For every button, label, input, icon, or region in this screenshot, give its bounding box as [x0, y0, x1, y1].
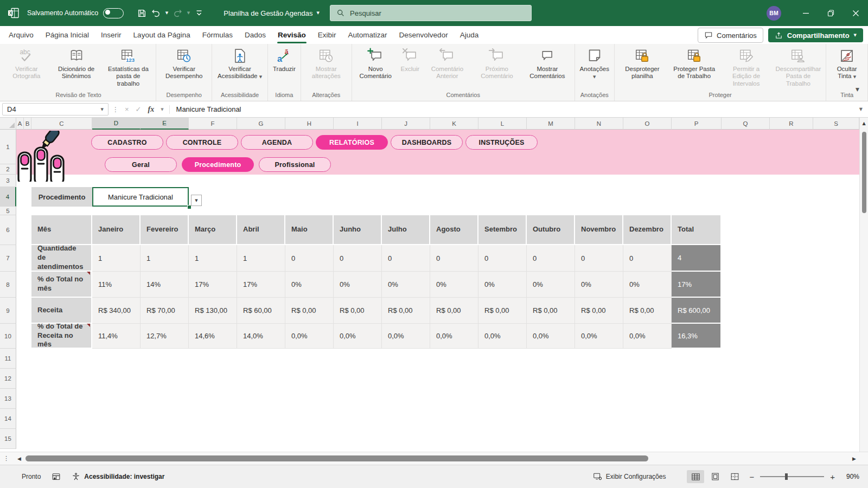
- table-total-cell[interactable]: 4: [672, 245, 722, 272]
- formula-value[interactable]: Manicure Tradicional: [170, 105, 859, 113]
- ribbon-tab-ajuda[interactable]: Ajuda: [454, 27, 485, 43]
- close-button[interactable]: [843, 0, 868, 26]
- column-header-d[interactable]: D: [92, 118, 141, 130]
- undo-icon[interactable]: [149, 6, 162, 20]
- table-row-label-receita[interactable]: Receita: [31, 298, 92, 324]
- table-cell[interactable]: 17%: [237, 272, 285, 298]
- table-cell[interactable]: 11%: [92, 272, 141, 298]
- table-cell[interactable]: 0: [478, 245, 527, 272]
- table-cell[interactable]: 0%: [382, 272, 430, 298]
- avatar[interactable]: BM: [767, 6, 781, 21]
- table-header-fevereiro[interactable]: Fevereiro: [141, 215, 189, 245]
- excel-logo-icon[interactable]: X: [7, 7, 20, 20]
- row-header-6[interactable]: 6: [0, 215, 16, 245]
- procedure-dropdown-button[interactable]: ▼: [191, 195, 202, 206]
- table-cell[interactable]: R$ 0,00: [623, 298, 672, 324]
- normal-view-button[interactable]: [687, 470, 704, 483]
- procedure-value-cell[interactable]: Manicure Tradicional: [92, 187, 189, 207]
- table-cell[interactable]: 0%: [623, 272, 672, 298]
- table-cell[interactable]: R$ 0,00: [430, 298, 478, 324]
- table-cell[interactable]: R$ 0,00: [382, 298, 430, 324]
- page-break-view-button[interactable]: [726, 470, 743, 483]
- table-header-agosto[interactable]: Agosto: [430, 215, 478, 245]
- vertical-scroll-thumb[interactable]: [862, 132, 866, 213]
- nav-tab-cadastro[interactable]: CADASTRO: [91, 135, 163, 150]
- table-cell[interactable]: 0%: [334, 272, 382, 298]
- table-cell[interactable]: 1: [141, 245, 189, 272]
- expand-formula-bar-icon[interactable]: ▼: [859, 107, 868, 112]
- ribbon-tab-arquivo[interactable]: Arquivo: [3, 27, 40, 43]
- row-header-13[interactable]: 13: [0, 389, 16, 409]
- table-cell[interactable]: 12,7%: [141, 324, 189, 349]
- restore-button[interactable]: [818, 0, 843, 26]
- select-all-corner[interactable]: [0, 118, 16, 130]
- table-cell[interactable]: 0,0%: [623, 324, 672, 349]
- ribbon-button-novo-comentario[interactable]: Novo Comentário: [354, 45, 398, 91]
- fx-dropdown-icon[interactable]: ▼: [161, 107, 163, 112]
- column-header-m[interactable]: M: [527, 118, 575, 130]
- sub-nav-tab-procedimento[interactable]: Procedimento: [182, 157, 254, 172]
- table-header-novembro[interactable]: Novembro: [575, 215, 623, 245]
- sheet-tabs-grip-icon[interactable]: ⋮: [0, 455, 14, 462]
- row-header-15[interactable]: 15: [0, 429, 16, 449]
- ribbon-tab-automatizar[interactable]: Automatizar: [342, 27, 393, 43]
- scroll-up-icon[interactable]: ▲: [860, 118, 868, 126]
- table-header-maio[interactable]: Maio: [285, 215, 334, 245]
- column-header-l[interactable]: L: [478, 118, 527, 130]
- nav-tab-controle[interactable]: CONTROLE: [166, 135, 238, 150]
- table-cell[interactable]: 1: [189, 245, 237, 272]
- ribbon-button-mostrar-comentarios[interactable]: Mostrar Comentários: [522, 45, 572, 91]
- table-cell[interactable]: 0: [575, 245, 623, 272]
- table-header-abril[interactable]: Abril: [237, 215, 285, 245]
- table-cell[interactable]: 0: [430, 245, 478, 272]
- ribbon-tab-dados[interactable]: Dados: [239, 27, 272, 43]
- undo-dropdown-icon[interactable]: ▼: [163, 6, 170, 20]
- column-header-n[interactable]: N: [575, 118, 623, 130]
- search-input[interactable]: Pesquisar: [330, 5, 532, 21]
- table-cell[interactable]: 0: [285, 245, 334, 272]
- ribbon-button-traduzir[interactable]: a ã Traduzir: [270, 45, 299, 91]
- row-header-11[interactable]: 11: [0, 349, 16, 369]
- table-cell[interactable]: 11,4%: [92, 324, 141, 349]
- insert-function-icon[interactable]: fx: [148, 105, 155, 114]
- table-header-total[interactable]: Total: [672, 215, 722, 245]
- table-cell[interactable]: 1: [237, 245, 285, 272]
- quick-access-toolbar-icon[interactable]: [193, 6, 206, 20]
- table-cell[interactable]: 0%: [430, 272, 478, 298]
- nav-tab-relatorios[interactable]: RELATÓRIOS: [316, 135, 388, 150]
- zoom-out-button[interactable]: −: [749, 472, 754, 481]
- column-header-i[interactable]: I: [334, 118, 382, 130]
- vertical-scrollbar[interactable]: ▲: [859, 118, 868, 452]
- zoom-slider[interactable]: [760, 476, 824, 477]
- table-cell[interactable]: 17%: [189, 272, 237, 298]
- table-cell[interactable]: 0%: [527, 272, 575, 298]
- zoom-slider-thumb[interactable]: [785, 473, 788, 480]
- table-total-cell[interactable]: 17%: [672, 272, 722, 298]
- save-icon[interactable]: [135, 6, 148, 20]
- ribbon-tab-inserir[interactable]: Inserir: [95, 27, 127, 43]
- table-header-dezembro[interactable]: Dezembro: [623, 215, 672, 245]
- table-cell[interactable]: R$ 70,00: [141, 298, 189, 324]
- table-cell[interactable]: R$ 0,00: [478, 298, 527, 324]
- autosave-toggle[interactable]: [103, 8, 124, 18]
- row-header-9[interactable]: 9: [0, 298, 16, 324]
- table-header-setembro[interactable]: Setembro: [478, 215, 527, 245]
- table-cell[interactable]: 0%: [478, 272, 527, 298]
- ribbon-button-proteger-pasta-de-trabalho[interactable]: Proteger Pasta de Trabalho: [668, 45, 720, 91]
- table-cell[interactable]: 1: [92, 245, 141, 272]
- table-cell[interactable]: 0,0%: [575, 324, 623, 349]
- column-header-o[interactable]: O: [623, 118, 672, 130]
- table-row-label-do-total-de-receita-no-mes[interactable]: % do Total de Receita no mês: [31, 324, 92, 349]
- column-header-j[interactable]: J: [382, 118, 430, 130]
- procedure-label-cell[interactable]: Procedimento: [31, 187, 92, 207]
- table-total-cell[interactable]: 16,3%: [672, 324, 722, 349]
- ribbon-tab-desenvolvedor[interactable]: Desenvolvedor: [393, 27, 454, 43]
- table-cell[interactable]: 0: [623, 245, 672, 272]
- table-cell[interactable]: 0: [382, 245, 430, 272]
- table-cell[interactable]: 0,0%: [430, 324, 478, 349]
- horizontal-scrollbar[interactable]: ⋮ ◀ ▶: [0, 452, 868, 465]
- table-header-outubro[interactable]: Outubro: [527, 215, 575, 245]
- row-header-3[interactable]: 3: [0, 175, 16, 187]
- table-total-cell[interactable]: R$ 600,00: [672, 298, 722, 324]
- ribbon-button-estatisticas-da-pasta-de-trabalho[interactable]: 123 Estatísticas da pasta de trabalho: [103, 45, 155, 91]
